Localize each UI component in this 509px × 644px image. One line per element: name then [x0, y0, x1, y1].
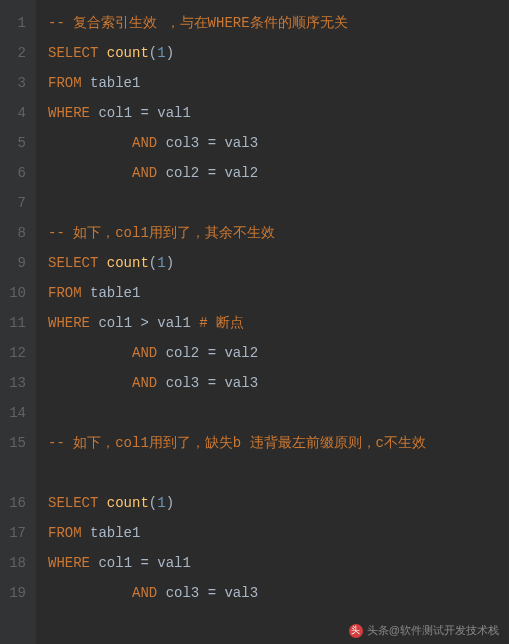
op: = — [140, 105, 157, 121]
paren: ) — [166, 255, 174, 271]
fn-count: count — [107, 255, 149, 271]
kw-and: AND — [132, 375, 166, 391]
line-number: 4 — [0, 98, 26, 128]
code-line: AND col2 = val2 — [48, 338, 509, 368]
line-number: 16 — [0, 488, 26, 518]
val: val1 — [157, 555, 191, 571]
col: col1 — [98, 315, 140, 331]
kw-select: SELECT — [48, 495, 107, 511]
kw-from: FROM — [48, 525, 90, 541]
inline-comment: # 断点 — [199, 315, 244, 331]
line-number: 19 — [0, 578, 26, 608]
line-number: 2 — [0, 38, 26, 68]
col: col1 — [98, 105, 140, 121]
kw-select: SELECT — [48, 45, 107, 61]
code-line: -- 复合索引生效 ，与在WHERE条件的顺序无关 — [48, 8, 509, 38]
paren: ) — [166, 495, 174, 511]
code-area[interactable]: -- 复合索引生效 ，与在WHERE条件的顺序无关 SELECT count(1… — [36, 0, 509, 644]
line-number: 10 — [0, 278, 26, 308]
line-number: 12 — [0, 338, 26, 368]
watermark-text: 头条@软件测试开发技术栈 — [367, 623, 499, 638]
line-number: 13 — [0, 368, 26, 398]
val: val2 — [224, 345, 258, 361]
num-literal: 1 — [157, 45, 165, 61]
op: = — [208, 585, 225, 601]
kw-where: WHERE — [48, 555, 98, 571]
watermark-icon: 头 — [349, 624, 363, 638]
val: val3 — [224, 585, 258, 601]
val: val3 — [224, 135, 258, 151]
code-line-empty — [48, 188, 509, 218]
code-line: AND col2 = val2 — [48, 158, 509, 188]
line-number: 14 — [0, 398, 26, 428]
code-line: SELECT count(1) — [48, 248, 509, 278]
code-line: FROM table1 — [48, 278, 509, 308]
sql-comment: -- 如下，col1用到了，其余不生效 — [48, 225, 275, 241]
code-line: SELECT count(1) — [48, 488, 509, 518]
num-literal: 1 — [157, 255, 165, 271]
pad — [48, 135, 132, 151]
line-number: 17 — [0, 518, 26, 548]
col: col3 — [166, 585, 208, 601]
line-number: 1 — [0, 8, 26, 38]
line-number: 15 — [0, 428, 26, 488]
code-line: AND col3 = val3 — [48, 578, 509, 608]
op: = — [208, 375, 225, 391]
code-line-empty — [48, 398, 509, 428]
line-number: 7 — [0, 188, 26, 218]
op: = — [208, 165, 225, 181]
op: = — [140, 555, 157, 571]
val: val3 — [224, 375, 258, 391]
col: col1 — [98, 555, 140, 571]
fn-count: count — [107, 45, 149, 61]
pad — [48, 585, 132, 601]
kw-and: AND — [132, 135, 166, 151]
kw-and: AND — [132, 585, 166, 601]
code-line: SELECT count(1) — [48, 38, 509, 68]
kw-select: SELECT — [48, 255, 107, 271]
code-line: -- 如下，col1用到了，缺失b 违背最左前缀原则，c不生效 — [48, 428, 509, 488]
val: val2 — [224, 165, 258, 181]
sql-comment: -- 如下，col1用到了，缺失b 违背最左前缀原则，c不生效 — [48, 435, 426, 451]
code-line: WHERE col1 = val1 — [48, 548, 509, 578]
table-name: table1 — [90, 75, 140, 91]
table-name: table1 — [90, 525, 140, 541]
line-number: 18 — [0, 548, 26, 578]
line-number: 3 — [0, 68, 26, 98]
code-line: FROM table1 — [48, 518, 509, 548]
code-line: -- 如下，col1用到了，其余不生效 — [48, 218, 509, 248]
col: col3 — [166, 375, 208, 391]
sql-comment: -- 复合索引生效 ，与在WHERE条件的顺序无关 — [48, 15, 348, 31]
kw-and: AND — [132, 345, 166, 361]
pad — [48, 345, 132, 361]
line-gutter: 1 2 3 4 5 6 7 8 9 10 11 12 13 14 15 16 1… — [0, 0, 36, 644]
kw-where: WHERE — [48, 105, 98, 121]
watermark: 头 头条@软件测试开发技术栈 — [349, 623, 499, 638]
paren: ) — [166, 45, 174, 61]
code-line: FROM table1 — [48, 68, 509, 98]
code-line: WHERE col1 > val1 # 断点 — [48, 308, 509, 338]
code-editor: 1 2 3 4 5 6 7 8 9 10 11 12 13 14 15 16 1… — [0, 0, 509, 644]
code-line: WHERE col1 = val1 — [48, 98, 509, 128]
line-number: 8 — [0, 218, 26, 248]
kw-from: FROM — [48, 285, 90, 301]
fn-count: count — [107, 495, 149, 511]
pad — [48, 375, 132, 391]
code-line: AND col3 = val3 — [48, 128, 509, 158]
num-literal: 1 — [157, 495, 165, 511]
line-number: 11 — [0, 308, 26, 338]
paren: ( — [149, 45, 157, 61]
op: > — [140, 315, 157, 331]
table-name: table1 — [90, 285, 140, 301]
op: = — [208, 135, 225, 151]
line-number: 9 — [0, 248, 26, 278]
col: col3 — [166, 135, 208, 151]
op: = — [208, 345, 225, 361]
pad — [48, 165, 132, 181]
col: col2 — [166, 165, 208, 181]
kw-from: FROM — [48, 75, 90, 91]
val: val1 — [157, 315, 199, 331]
paren: ( — [149, 255, 157, 271]
kw-and: AND — [132, 165, 166, 181]
code-line: AND col3 = val3 — [48, 368, 509, 398]
